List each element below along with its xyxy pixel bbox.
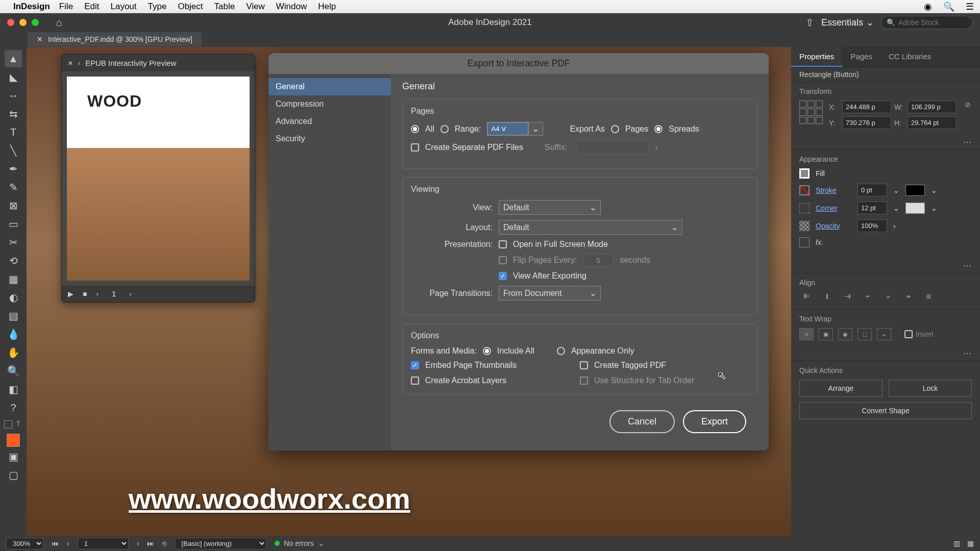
tab-cc-libraries[interactable]: CC Libraries bbox=[880, 47, 939, 67]
wrap-shape-icon[interactable]: ◉ bbox=[838, 328, 852, 340]
adobe-stock-search[interactable]: 🔍 bbox=[881, 16, 973, 29]
checkbox-invert[interactable] bbox=[904, 330, 913, 338]
tab-properties[interactable]: Properties bbox=[791, 47, 842, 67]
x-field[interactable] bbox=[842, 101, 891, 113]
workspace-dropdown[interactable]: Essentials⌄ bbox=[821, 17, 874, 28]
menu-list-icon[interactable]: ☰ bbox=[966, 1, 974, 12]
next-page-icon[interactable]: › bbox=[129, 290, 132, 298]
gap-tool[interactable]: ⇆ bbox=[5, 105, 22, 122]
view-split-icon[interactable]: ▥ bbox=[953, 539, 960, 547]
document-tab[interactable]: ✕ Interactive_PDF.indd @ 300% [GPU Previ… bbox=[28, 32, 202, 46]
document-canvas[interactable]: www.woodworx.com ✕ ‹ EPUB Interactivity … bbox=[27, 47, 791, 536]
last-page-icon[interactable]: ⏭ bbox=[147, 539, 154, 547]
checkbox-separate-pdf[interactable] bbox=[411, 143, 419, 152]
opacity-label[interactable]: Opacity bbox=[816, 222, 851, 230]
radio-include-all[interactable] bbox=[483, 347, 491, 355]
pen-tool[interactable]: ✒ bbox=[5, 160, 22, 178]
constrain-icon[interactable]: ⊘ bbox=[965, 101, 971, 109]
cc-icon[interactable]: ◉ bbox=[924, 1, 932, 12]
transitions-select[interactable]: From Document⌄ bbox=[499, 286, 601, 300]
stroke-swatch-icon[interactable] bbox=[799, 185, 810, 195]
distribute-icon[interactable]: ⫼ bbox=[922, 292, 936, 304]
view-select[interactable]: Default⌄ bbox=[499, 200, 601, 215]
corner-icon[interactable] bbox=[799, 203, 810, 213]
radio-range[interactable] bbox=[440, 125, 449, 133]
stroke-label[interactable]: Stroke bbox=[816, 186, 851, 194]
formatting-text[interactable]: T bbox=[14, 420, 22, 429]
view-mode-tool[interactable]: ▣ bbox=[5, 448, 22, 465]
menu-file[interactable]: File bbox=[59, 2, 73, 12]
fill-stroke-text[interactable] bbox=[4, 420, 12, 429]
align-bottom-icon[interactable]: ⫨ bbox=[901, 292, 916, 304]
help-tool[interactable]: ? bbox=[5, 399, 22, 416]
spotlight-icon[interactable]: 🔍 bbox=[943, 1, 954, 12]
direct-selection-tool[interactable]: ◣ bbox=[5, 68, 22, 86]
opacity-icon[interactable] bbox=[799, 221, 810, 231]
radio-spreads[interactable] bbox=[654, 125, 663, 133]
preflight-profile-dropdown[interactable]: [Basic] (working) bbox=[175, 538, 266, 549]
adobe-stock-input[interactable] bbox=[898, 18, 967, 27]
rectangle-frame-tool[interactable]: ⊠ bbox=[5, 197, 22, 214]
chevron-down-icon[interactable]: ⌄ bbox=[528, 122, 543, 135]
y-field[interactable] bbox=[842, 116, 891, 129]
menu-table[interactable]: Table bbox=[214, 2, 235, 12]
window-zoom[interactable] bbox=[32, 19, 39, 26]
chevron-left-icon[interactable]: ‹ bbox=[78, 60, 80, 67]
align-center-h-icon[interactable]: ⫿ bbox=[820, 292, 834, 304]
more-options-icon[interactable]: ⋯ bbox=[791, 134, 980, 149]
corner-style-chip[interactable] bbox=[905, 203, 925, 214]
first-page-icon[interactable]: ⏮ bbox=[52, 539, 59, 547]
range-input[interactable] bbox=[487, 122, 528, 135]
align-right-icon[interactable]: ⫣ bbox=[840, 292, 854, 304]
convert-shape-button[interactable]: Convert Shape bbox=[799, 402, 972, 419]
radio-appearance-only[interactable] bbox=[557, 347, 565, 355]
type-tool[interactable]: T bbox=[5, 123, 22, 141]
more-options-icon[interactable]: ⋯ bbox=[791, 258, 980, 273]
close-icon[interactable]: ✕ bbox=[37, 35, 43, 43]
checkbox-acrobat-layers[interactable] bbox=[411, 377, 419, 385]
chevron-down-icon[interactable]: ⌄ bbox=[931, 186, 937, 194]
range-combo[interactable]: ⌄ bbox=[487, 122, 543, 136]
fx-icon[interactable]: fx. bbox=[816, 238, 823, 246]
wrap-jump-next-icon[interactable]: ⏛ bbox=[877, 328, 891, 340]
tab-pages[interactable]: Pages bbox=[842, 47, 880, 67]
corner-field[interactable] bbox=[857, 202, 887, 214]
wrap-bounding-icon[interactable]: ▣ bbox=[819, 328, 833, 340]
align-top-icon[interactable]: ⫟ bbox=[861, 292, 875, 304]
align-left-icon[interactable]: ⊫ bbox=[799, 292, 814, 304]
menu-help[interactable]: Help bbox=[318, 2, 336, 12]
sidebar-item-advanced[interactable]: Advanced bbox=[268, 113, 391, 130]
preflight-status[interactable]: No errors ⌄ bbox=[275, 539, 324, 547]
more-options-icon[interactable]: ⋯ bbox=[791, 345, 980, 361]
checkbox-tagged-pdf[interactable] bbox=[580, 361, 588, 369]
prev-page-icon[interactable]: ‹ bbox=[96, 290, 99, 298]
play-icon[interactable]: ▶ bbox=[68, 290, 74, 298]
checkbox-view-after[interactable] bbox=[499, 272, 507, 280]
fill-color-swatch[interactable] bbox=[7, 434, 20, 447]
prev-page-icon[interactable]: ‹ bbox=[67, 539, 69, 547]
chevron-down-icon[interactable]: ⌄ bbox=[893, 204, 899, 212]
menu-object[interactable]: Object bbox=[178, 2, 203, 12]
hand-tool[interactable]: ✋ bbox=[5, 344, 22, 361]
sidebar-item-compression[interactable]: Compression bbox=[268, 95, 391, 113]
w-field[interactable] bbox=[908, 101, 957, 113]
stroke-style-chip[interactable] bbox=[905, 185, 925, 196]
free-transform-tool[interactable]: ⟲ bbox=[5, 252, 22, 269]
page-dropdown[interactable]: 1 bbox=[78, 538, 129, 549]
open-icon[interactable]: ⎋ bbox=[162, 539, 166, 547]
selection-tool[interactable]: ▲ bbox=[5, 50, 22, 67]
corner-label[interactable]: Corner bbox=[816, 204, 851, 212]
gradient-swatch-tool[interactable]: ▦ bbox=[5, 270, 22, 288]
menu-view[interactable]: View bbox=[246, 2, 265, 12]
chevron-down-icon[interactable]: ⌄ bbox=[893, 186, 899, 194]
radio-all[interactable] bbox=[411, 125, 419, 133]
menu-layout[interactable]: Layout bbox=[111, 2, 137, 12]
note-tool[interactable]: ▤ bbox=[5, 307, 22, 324]
arrange-button[interactable]: Arrange bbox=[799, 380, 883, 397]
next-page-icon[interactable]: › bbox=[137, 539, 139, 547]
sidebar-item-general[interactable]: General bbox=[268, 78, 391, 95]
wrap-none-icon[interactable]: ≡ bbox=[799, 328, 814, 340]
share-icon[interactable]: ⇧ bbox=[805, 16, 814, 29]
zoom-dropdown[interactable]: 300% bbox=[6, 538, 43, 549]
menu-type[interactable]: Type bbox=[148, 2, 167, 12]
